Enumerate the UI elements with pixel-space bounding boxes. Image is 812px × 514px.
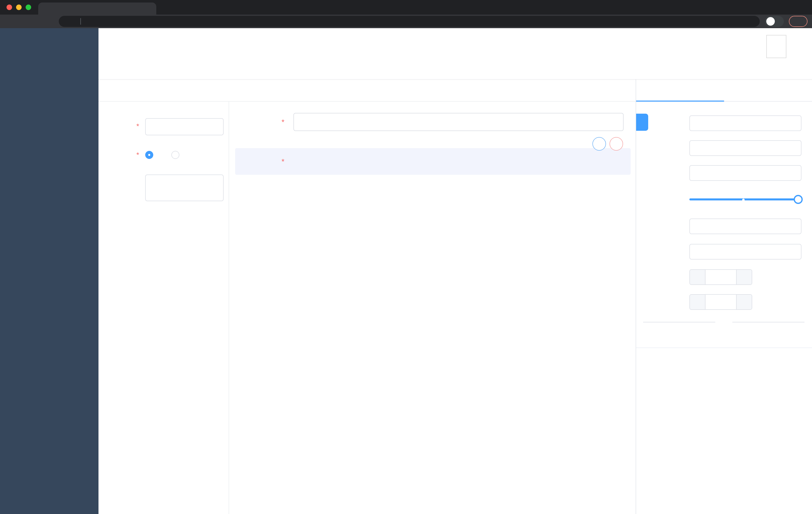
browser-forward-icon[interactable] [18,17,27,26]
field-name-row [636,140,812,156]
stepper-decrease-button[interactable] [690,270,705,285]
delete-field-button[interactable] [609,137,623,151]
address-bar[interactable] [59,16,760,27]
page-header [98,28,812,65]
eye-icon [595,86,603,94]
form-name-row: * [103,118,224,135]
stepper-increase-button[interactable] [736,295,752,309]
component-type-select[interactable] [689,115,802,131]
properties-body [636,102,812,514]
copy-field-button[interactable] [592,137,606,151]
broken-image-icon [770,37,782,49]
slider-track[interactable] [689,198,802,200]
title-input[interactable] [689,165,802,181]
app-root: * * [0,28,812,514]
min-select-stepper [689,269,752,285]
phone-field-input[interactable] [293,113,624,131]
clear-button[interactable] [617,86,628,94]
form-remark-textarea[interactable] [145,174,224,201]
sidebar [0,28,98,514]
form-status-row: * [103,146,224,163]
search-icon[interactable] [658,41,669,52]
browser-tab-strip [0,0,812,15]
not-secure-icon [64,18,71,25]
user-avatar[interactable] [766,35,786,58]
window-minimize-button[interactable] [16,4,22,10]
chrome-caret-icon[interactable] [800,22,806,27]
save-button[interactable] [573,86,583,94]
browser-home-icon[interactable] [45,17,54,26]
field-action-buttons [592,137,623,151]
status-radio-on[interactable] [145,151,157,159]
max-select-stepper [689,294,752,310]
view-json-button[interactable] [595,86,606,94]
slider-handle[interactable] [794,195,803,204]
tab-component-props[interactable] [636,79,724,101]
max-select-placeholder[interactable] [705,295,736,309]
min-select-placeholder[interactable] [705,270,736,285]
browser-tab[interactable] [38,2,156,15]
incognito-avatar [766,17,775,26]
font-size-icon[interactable] [745,41,755,52]
required-asterisk: * [282,157,284,165]
toolbar-actions [573,86,628,94]
status-radio-off[interactable] [171,151,183,159]
browser-back-icon[interactable] [4,17,13,26]
grid-slider[interactable] [689,192,802,207]
min-select-row [636,269,812,285]
slider-stop-mark [742,199,745,201]
phone-field-label: * [229,118,286,126]
github-icon[interactable] [680,41,690,52]
password-manager-icon[interactable] [736,18,743,25]
form-settings: * * [103,118,225,203]
gender-field-selected[interactable]: * [235,148,631,175]
gender-field-label: * [235,157,286,166]
bookmark-icon[interactable] [747,18,754,25]
form-canvas[interactable]: * * [229,102,636,514]
check-icon [573,86,580,94]
header-actions [658,35,804,58]
form-name-input[interactable] [145,118,224,135]
label-width-input[interactable] [689,218,802,234]
open-page-tabs [98,65,812,79]
title-row [636,165,812,181]
window-controls [6,4,31,10]
stepper-decrease-button[interactable] [690,295,705,309]
user-menu-caret-icon[interactable] [793,41,804,52]
data-binding-chip[interactable] [636,114,648,131]
required-asterisk: * [282,118,284,126]
required-asterisk: * [137,151,139,159]
browser-reload-icon[interactable] [32,17,40,26]
stepper-increase-button[interactable] [736,270,752,285]
default-value-input[interactable] [689,244,802,260]
add-option-button[interactable] [636,329,812,337]
properties-panel [636,79,812,514]
default-value-row [636,244,812,260]
content-area: * * [98,79,812,514]
component-palette: * * [98,102,229,514]
options-divider [643,322,805,322]
form-status-label: * [103,146,141,159]
browser-chrome [0,0,812,28]
form-name-label: * [103,118,141,130]
tab-form-props[interactable] [724,79,812,101]
browser-toolbar [0,15,812,28]
max-select-row [636,294,812,310]
properties-tabs [636,79,812,102]
main-area: * * [98,28,812,514]
divider-line [732,322,805,322]
form-remark-row [103,174,224,203]
phone-field-row[interactable]: * [229,113,636,131]
textarea-resize-icon[interactable] [217,196,222,200]
field-name-input[interactable] [689,140,802,156]
fullscreen-icon[interactable] [723,41,734,52]
designer-column: * * [98,79,636,514]
help-icon[interactable] [701,41,712,52]
window-maximize-button[interactable] [26,4,31,10]
designer-workspace: * * [98,102,636,514]
sidebar-logo-row[interactable] [0,28,98,63]
radio-dot [145,151,153,159]
incognito-icon [767,18,774,25]
sidebar-collapse-icon[interactable] [106,41,116,52]
window-close-button[interactable] [6,4,12,10]
